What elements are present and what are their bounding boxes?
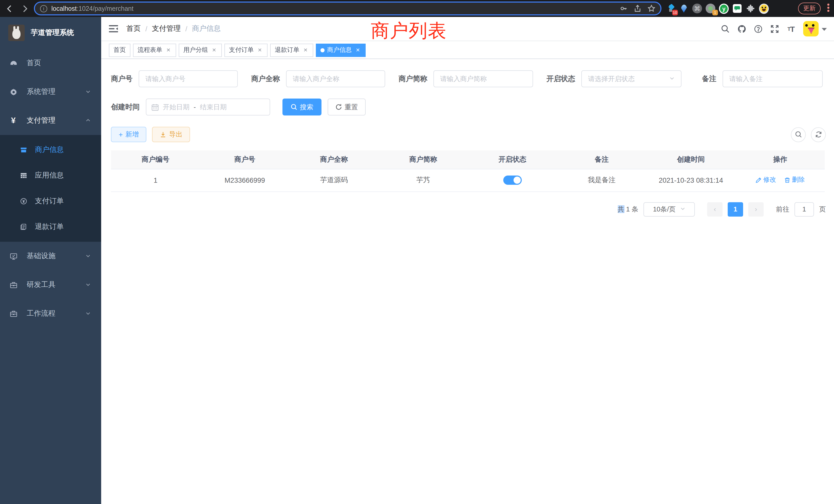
extension-command-icon[interactable]: ⌘ bbox=[692, 4, 702, 13]
col-actions: 操作 bbox=[736, 151, 825, 169]
sidebar-item-label: 基础设施 bbox=[27, 251, 56, 261]
sidebar-item-pay[interactable]: ¥ 支付管理 bbox=[0, 106, 101, 135]
browser-back-icon[interactable] bbox=[5, 3, 15, 14]
col-merchant-no: 商户号 bbox=[200, 151, 290, 169]
main-content: 商户号 请输入商户号 商户全称 请输入商户全称 商户简称 请输入商户简称 开启状… bbox=[101, 59, 834, 504]
show-search-toggle-button[interactable] bbox=[791, 127, 806, 142]
tab-pay-order[interactable]: 支付订单✕ bbox=[224, 43, 267, 57]
page-suffix: 页 bbox=[819, 205, 826, 214]
pagination: 共 1 条 10条/页 ‹ 1 › 前往 页 bbox=[111, 202, 826, 216]
table-row: 1 M233666999 芋道源码 芋艿 我是备注 2021-10-23 08:… bbox=[111, 169, 825, 191]
breadcrumb-separator: / bbox=[145, 25, 147, 33]
short-name-label: 商户简称 bbox=[398, 74, 427, 84]
current-page-button[interactable]: 1 bbox=[728, 202, 743, 216]
briefcase-icon bbox=[9, 310, 18, 318]
breadcrumb-pay[interactable]: 支付管理 bbox=[152, 24, 181, 33]
tab-home[interactable]: 首页 bbox=[109, 43, 130, 57]
sidebar-item-home[interactable]: 首页 bbox=[0, 49, 101, 77]
merchant-no-label: 商户号 bbox=[111, 74, 132, 84]
app-logo-row[interactable]: 芋道管理系统 bbox=[0, 17, 101, 49]
reset-button[interactable]: 重置 bbox=[328, 98, 366, 115]
github-icon[interactable] bbox=[733, 21, 750, 37]
bookmark-star-icon[interactable] bbox=[648, 5, 655, 12]
export-button[interactable]: 导出 bbox=[152, 127, 190, 142]
close-icon[interactable]: ✕ bbox=[355, 47, 361, 53]
refresh-table-button[interactable] bbox=[811, 127, 826, 142]
browser-forward-icon[interactable] bbox=[20, 3, 30, 14]
short-name-input[interactable]: 请输入商户简称 bbox=[434, 70, 533, 87]
search-button[interactable]: 搜索 bbox=[282, 98, 322, 115]
breadcrumb-current: 商户信息 bbox=[192, 24, 221, 33]
chevron-down-icon bbox=[85, 281, 91, 289]
breadcrumb-home[interactable]: 首页 bbox=[126, 24, 141, 33]
cell-actions: 修改 删除 bbox=[736, 169, 825, 191]
extensions-puzzle-icon[interactable] bbox=[746, 4, 755, 13]
tags-view-bar: 首页 流程表单✕ 用户分组✕ 支付订单✕ 退款订单✕ 商户信息✕ bbox=[101, 42, 834, 59]
sidebar-item-merchant-info[interactable]: 商户信息 bbox=[0, 137, 101, 163]
date-range-input[interactable]: 开始日期 - 结束日期 bbox=[146, 98, 270, 115]
sidebar-item-workflow[interactable]: 工作流程 bbox=[0, 299, 101, 328]
user-caret-icon[interactable] bbox=[822, 24, 827, 33]
extension-pin-icon[interactable] bbox=[679, 4, 689, 13]
remark-label: 备注 bbox=[702, 74, 717, 84]
active-dot bbox=[321, 48, 325, 52]
page-size-select[interactable]: 10条/页 bbox=[643, 202, 695, 216]
sidebar-item-infra[interactable]: 基础设施 bbox=[0, 242, 101, 271]
close-icon[interactable]: ✕ bbox=[166, 47, 172, 53]
edit-link[interactable]: 修改 bbox=[755, 176, 776, 184]
fullscreen-icon[interactable] bbox=[766, 21, 783, 37]
status-toggle[interactable] bbox=[503, 176, 522, 185]
chevron-down-icon bbox=[669, 75, 675, 83]
close-icon[interactable]: ✕ bbox=[303, 47, 309, 53]
sidebar-item-system[interactable]: 系统管理 bbox=[0, 77, 101, 106]
remark-input[interactable]: 请输入备注 bbox=[723, 70, 823, 87]
close-icon[interactable]: ✕ bbox=[211, 47, 217, 53]
site-info-icon[interactable]: i bbox=[40, 5, 47, 12]
sidebar-item-pay-order[interactable]: 支付订单 bbox=[0, 188, 101, 214]
header-search-icon[interactable] bbox=[717, 21, 733, 37]
delete-link[interactable]: 删除 bbox=[784, 176, 805, 184]
col-full-name: 商户全称 bbox=[289, 151, 379, 169]
sidebar-item-refund-order[interactable]: 退款订单 bbox=[0, 214, 101, 240]
browser-menu-icon[interactable] bbox=[827, 4, 829, 12]
merchant-no-input[interactable]: 请输入商户号 bbox=[139, 70, 238, 87]
user-avatar[interactable] bbox=[803, 21, 818, 37]
browser-profile-avatar[interactable] bbox=[759, 4, 769, 13]
status-select[interactable]: 请选择开启状态 bbox=[581, 70, 681, 87]
help-icon[interactable] bbox=[750, 21, 766, 37]
tab-process-form[interactable]: 流程表单✕ bbox=[133, 43, 176, 57]
goto-page-input[interactable] bbox=[794, 202, 814, 216]
extension-chat-icon[interactable] bbox=[732, 4, 742, 13]
sidebar-collapse-icon[interactable] bbox=[109, 25, 118, 33]
search-icon bbox=[795, 131, 802, 138]
extension-tiles-icon[interactable]: 10 bbox=[665, 4, 675, 13]
share-icon[interactable] bbox=[634, 5, 641, 12]
sidebar-item-label: 首页 bbox=[27, 59, 41, 68]
sidebar-item-app-info[interactable]: 应用信息 bbox=[0, 163, 101, 188]
close-icon[interactable]: ✕ bbox=[257, 47, 263, 53]
next-page-button[interactable]: › bbox=[748, 202, 764, 216]
url-host: localhost bbox=[51, 5, 77, 12]
annotation-merchant-list: 商户列表 bbox=[371, 19, 447, 44]
table-toolbar: + 新增 导出 bbox=[111, 127, 826, 142]
password-key-icon[interactable] bbox=[620, 5, 628, 12]
full-name-input[interactable]: 请输入商户全称 bbox=[286, 70, 385, 87]
address-bar[interactable]: i localhost:1024/pay/merchant bbox=[34, 2, 661, 16]
sidebar-item-label: 工作流程 bbox=[27, 309, 56, 318]
sidebar-item-label: 支付订单 bbox=[35, 197, 64, 206]
add-button[interactable]: + 新增 bbox=[111, 127, 146, 142]
sidebar-item-label: 商户信息 bbox=[35, 145, 64, 155]
plus-icon: + bbox=[118, 131, 123, 138]
cell-short-name: 芋艿 bbox=[379, 169, 468, 191]
extension-session-icon[interactable]: 1 bbox=[706, 4, 716, 13]
prev-page-button[interactable]: ‹ bbox=[707, 202, 723, 216]
tab-merchant-info[interactable]: 商户信息✕ bbox=[316, 43, 366, 57]
pay-submenu: 商户信息 应用信息 支付订单 退款订单 bbox=[0, 135, 101, 242]
tab-user-group[interactable]: 用户分组✕ bbox=[179, 43, 222, 57]
browser-update-button[interactable]: 更新 bbox=[798, 3, 821, 14]
tab-refund-order[interactable]: 退款订单✕ bbox=[270, 43, 313, 57]
font-size-icon[interactable]: TT bbox=[783, 21, 799, 37]
sidebar-item-dev-tools[interactable]: 研发工具 bbox=[0, 271, 101, 299]
extension-y-icon[interactable]: y bbox=[719, 4, 729, 13]
filter-row-1: 商户号 请输入商户号 商户全称 请输入商户全称 商户简称 请输入商户简称 开启状… bbox=[111, 70, 826, 87]
